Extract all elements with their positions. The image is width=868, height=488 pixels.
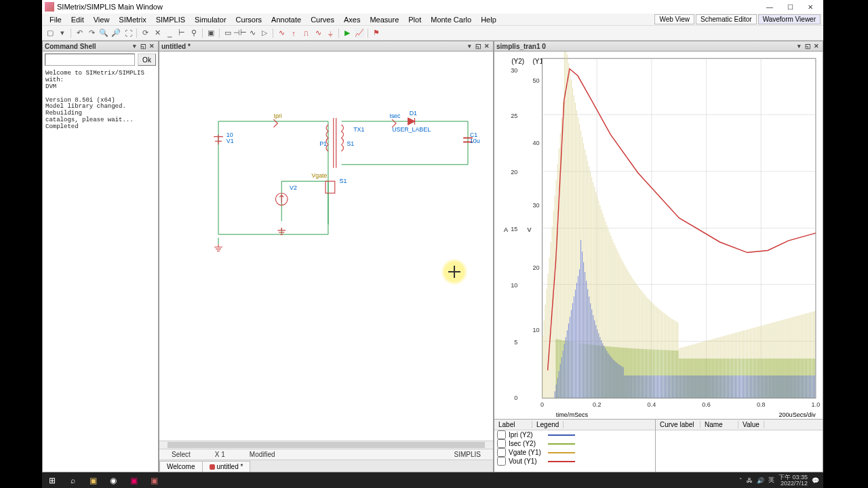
- svg-rect-452: [731, 375, 732, 398]
- svg-rect-77: [560, 364, 561, 398]
- explorer-icon[interactable]: ▣: [83, 472, 103, 488]
- svg-text:0.2: 0.2: [593, 401, 601, 408]
- zoom-out-icon[interactable]: 🔎: [111, 28, 121, 39]
- zoom-fit-icon[interactable]: ⛶: [123, 28, 134, 39]
- legend-checkbox[interactable]: [497, 430, 506, 439]
- maximize-button[interactable]: ☐: [780, 1, 800, 13]
- svg-text:200uSecs/div: 200uSecs/div: [779, 411, 816, 418]
- svg-rect-521: [762, 375, 763, 398]
- svg-rect-596: [797, 375, 797, 398]
- close-button[interactable]: ✕: [800, 1, 821, 13]
- svg-rect-494: [750, 375, 751, 398]
- tray-notifications-icon[interactable]: 💬: [812, 477, 819, 484]
- menu-view[interactable]: View: [89, 16, 115, 24]
- panel-float-icon[interactable]: ◱: [139, 42, 147, 50]
- menu-axes[interactable]: Axes: [339, 16, 365, 24]
- tab-untitled[interactable]: untitled *: [202, 461, 251, 472]
- dropdown-icon[interactable]: ▾: [57, 28, 68, 39]
- probe-icon[interactable]: ⚲: [189, 28, 199, 39]
- tab-welcome[interactable]: Welcome: [159, 461, 203, 472]
- waveform-plot[interactable]: (Y2) (Y1): [494, 52, 823, 419]
- svg-rect-299: [661, 375, 662, 398]
- app-task-icon[interactable]: ▣: [123, 472, 144, 488]
- view-waveform-button[interactable]: Waveform Viewer: [758, 14, 821, 24]
- menu-file[interactable]: File: [45, 16, 66, 24]
- command-input[interactable]: [45, 54, 135, 66]
- menu-simplis[interactable]: SIMPLIS: [151, 16, 190, 24]
- menu-edit[interactable]: Edit: [66, 16, 89, 24]
- svg-rect-404: [709, 375, 710, 398]
- menu-montecarlo[interactable]: Monte Carlo: [426, 16, 476, 24]
- minimize-button[interactable]: —: [760, 1, 780, 13]
- panel-close-icon[interactable]: ✕: [148, 42, 156, 50]
- tray-network-icon[interactable]: 🖧: [747, 477, 753, 484]
- zoom-in-icon[interactable]: 🔍: [98, 28, 109, 39]
- start-button[interactable]: ⊞: [42, 472, 62, 488]
- panel-close-icon[interactable]: ✕: [483, 42, 491, 50]
- tray-ime[interactable]: 英: [768, 476, 774, 485]
- svg-rect-0: [326, 181, 335, 193]
- panel-dropdown-icon[interactable]: ▾: [465, 42, 473, 50]
- menu-help[interactable]: Help: [476, 16, 501, 24]
- panel-dropdown-icon[interactable]: ▾: [130, 42, 138, 50]
- diode-icon[interactable]: ▷: [259, 28, 270, 39]
- view-web-button[interactable]: Web View: [654, 14, 694, 24]
- part-icon[interactable]: ▣: [205, 28, 216, 39]
- legend-checkbox[interactable]: [497, 457, 506, 466]
- vsrc-icon[interactable]: ∿: [276, 28, 287, 39]
- tray-chevron-icon[interactable]: ˄: [739, 477, 743, 484]
- isrc-icon[interactable]: ↑: [288, 28, 299, 39]
- menu-curves[interactable]: Curves: [306, 16, 339, 24]
- menu-simetrix[interactable]: SIMetrix: [114, 16, 151, 24]
- svg-text:30: 30: [511, 67, 517, 74]
- legend-row[interactable]: Vgate (Y1): [494, 448, 655, 457]
- schematic-h-scrollbar[interactable]: [159, 441, 493, 449]
- sine-icon[interactable]: ∿: [313, 28, 323, 39]
- svg-text:10: 10: [532, 327, 539, 333]
- legend-checkbox[interactable]: [497, 448, 506, 457]
- flag-icon[interactable]: ⚑: [371, 28, 382, 39]
- tray-clock[interactable]: 下午 03:352022/7/12: [778, 474, 808, 487]
- panel-dropdown-icon[interactable]: ▾: [795, 42, 803, 50]
- panel-close-icon[interactable]: ✕: [812, 42, 821, 50]
- tray-volume-icon[interactable]: 🔊: [757, 477, 764, 484]
- net-icon[interactable]: ⊢: [176, 28, 187, 39]
- ind-icon[interactable]: ∿: [247, 28, 258, 39]
- ok-button[interactable]: Ok: [138, 54, 156, 66]
- svg-rect-443: [727, 375, 728, 398]
- pulse-icon[interactable]: ⎍: [300, 28, 311, 39]
- new-icon[interactable]: ▢: [45, 28, 56, 39]
- app-icon: [45, 2, 54, 12]
- legend-row[interactable]: Isec (Y2): [494, 439, 655, 448]
- schematic-canvas[interactable]: Ipri Isec D1 USER_LABEL C1 10u 10 V1 TX1…: [159, 52, 493, 441]
- cap-icon[interactable]: ⊣⊢: [235, 28, 245, 39]
- menu-plot[interactable]: Plot: [403, 16, 426, 24]
- redo-icon[interactable]: ↷: [86, 28, 97, 39]
- chrome-icon[interactable]: ◉: [103, 472, 123, 488]
- menu-cursors[interactable]: Cursors: [231, 16, 267, 24]
- svg-rect-42: [545, 304, 546, 398]
- legend-row[interactable]: Vout (Y1): [494, 457, 655, 466]
- panel-float-icon[interactable]: ◱: [804, 42, 812, 50]
- run-icon[interactable]: ▶: [342, 28, 353, 39]
- wire-icon[interactable]: ⎯: [164, 28, 175, 39]
- svg-rect-560: [780, 375, 781, 398]
- resistor-icon[interactable]: ▭: [222, 28, 233, 39]
- svg-rect-146: [591, 310, 592, 399]
- delete-icon[interactable]: ✕: [152, 28, 163, 39]
- undo-icon[interactable]: ↶: [74, 28, 85, 39]
- menu-measure[interactable]: Measure: [365, 16, 403, 24]
- menu-annotate[interactable]: Annotate: [267, 16, 306, 24]
- gnd-icon[interactable]: ⏚: [325, 28, 336, 39]
- view-schematic-button[interactable]: Schematic Editor: [696, 14, 757, 24]
- svg-rect-515: [760, 375, 760, 398]
- search-icon[interactable]: ⌕: [62, 472, 83, 488]
- refresh-icon[interactable]: ⟳: [140, 28, 151, 39]
- panel-float-icon[interactable]: ◱: [474, 42, 482, 50]
- app-task-icon[interactable]: ▣: [144, 472, 164, 488]
- svg-rect-524: [764, 375, 764, 398]
- plot-icon[interactable]: 📈: [354, 28, 365, 39]
- legend-row[interactable]: Ipri (Y2): [494, 430, 655, 439]
- menu-simulator[interactable]: Simulator: [190, 16, 231, 24]
- legend-checkbox[interactable]: [497, 439, 506, 448]
